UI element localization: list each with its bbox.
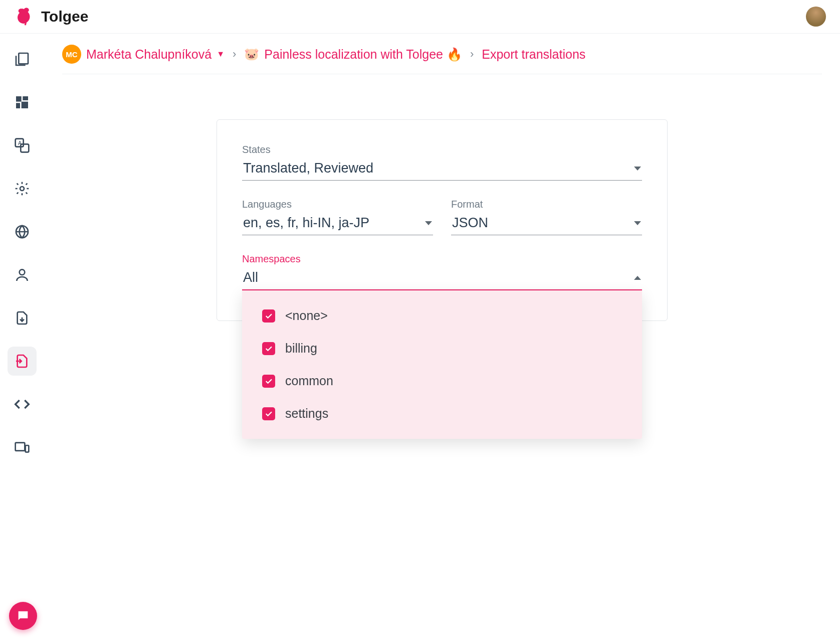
person-icon <box>14 267 30 283</box>
code-icon <box>14 396 30 412</box>
field-format: Format JSON <box>451 199 642 235</box>
option-label: settings <box>285 406 328 421</box>
breadcrumb-page-name: Export translations <box>482 47 585 62</box>
projects-icon <box>14 51 30 67</box>
svg-point-8 <box>20 187 24 191</box>
svg-rect-0 <box>19 53 28 64</box>
app-name: Tolgee <box>41 8 88 25</box>
sidebar-item-translations[interactable]: A <box>8 131 37 160</box>
gear-icon <box>14 181 30 197</box>
svg-rect-12 <box>26 445 29 452</box>
field-states: States Translated, Reviewed <box>242 144 642 181</box>
logo[interactable]: Tolgee <box>14 6 88 27</box>
chevron-down-icon <box>425 221 432 225</box>
namespace-option[interactable]: billing <box>242 332 642 365</box>
svg-rect-11 <box>16 443 25 451</box>
sidebar-item-devices[interactable] <box>8 433 37 462</box>
breadcrumb-project-name: Painless localization with Tolgee 🔥 <box>264 47 462 62</box>
import-icon <box>14 310 30 326</box>
app-header: Tolgee <box>0 0 840 34</box>
states-select[interactable]: Translated, Reviewed <box>242 157 642 181</box>
devices-icon <box>14 439 30 455</box>
checkbox-checked[interactable] <box>262 407 275 420</box>
tolgee-logo-icon <box>14 6 35 27</box>
states-value: Translated, Reviewed <box>243 161 373 176</box>
field-languages: Languages en, es, fr, hi-IN, ja-JP <box>242 199 433 235</box>
sidebar-item-integrations[interactable] <box>8 390 37 419</box>
svg-point-10 <box>20 269 25 275</box>
export-icon <box>14 353 30 369</box>
option-label: <none> <box>285 308 328 323</box>
svg-text:A: A <box>18 140 22 146</box>
svg-rect-4 <box>22 102 28 108</box>
languages-label: Languages <box>242 199 433 210</box>
namespaces-select[interactable]: All <box>242 267 642 290</box>
languages-value: en, es, fr, hi-IN, ja-JP <box>243 215 369 231</box>
breadcrumb-user[interactable]: MC Markéta Chalupníková ▼ <box>62 45 225 64</box>
checkbox-checked[interactable] <box>262 375 275 388</box>
project-emoji: 🐷 <box>244 47 259 61</box>
option-label: billing <box>285 341 317 356</box>
breadcrumb-page[interactable]: Export translations <box>482 47 585 62</box>
breadcrumb: MC Markéta Chalupníková ▼ › 🐷 Painless l… <box>62 45 822 74</box>
user-avatar[interactable] <box>806 7 826 27</box>
namespaces-label: Namespaces <box>242 253 642 265</box>
format-select[interactable]: JSON <box>451 212 642 235</box>
user-initials-badge: MC <box>62 45 81 64</box>
chevron-down-icon: ▼ <box>217 50 225 59</box>
chevron-up-icon <box>634 276 641 280</box>
namespace-option[interactable]: <none> <box>242 299 642 332</box>
translate-icon: A <box>14 137 30 153</box>
option-label: common <box>285 374 333 388</box>
languages-select[interactable]: en, es, fr, hi-IN, ja-JP <box>242 212 433 235</box>
breadcrumb-user-name: Markéta Chalupníková <box>86 47 212 62</box>
field-namespaces: Namespaces All <box>242 253 642 290</box>
sidebar-item-languages[interactable] <box>8 217 37 246</box>
namespace-option[interactable]: settings <box>242 397 642 430</box>
sidebar: A <box>0 34 44 462</box>
chevron-down-icon <box>634 167 641 171</box>
dashboard-icon <box>14 94 30 110</box>
sidebar-item-dashboard[interactable] <box>8 88 37 117</box>
breadcrumb-project[interactable]: 🐷 Painless localization with Tolgee 🔥 <box>244 47 462 62</box>
chevron-down-icon <box>634 221 641 225</box>
checkbox-checked[interactable] <box>262 309 275 323</box>
svg-rect-1 <box>16 96 22 102</box>
format-value: JSON <box>452 215 488 231</box>
sidebar-item-import[interactable] <box>8 303 37 333</box>
namespaces-value: All <box>243 270 258 285</box>
export-form-card: States Translated, Reviewed Languages en… <box>217 119 668 321</box>
main-content: MC Markéta Chalupníková ▼ › 🐷 Painless l… <box>44 34 840 462</box>
sidebar-item-settings[interactable] <box>8 174 37 203</box>
breadcrumb-separator: › <box>470 48 474 61</box>
globe-icon <box>14 224 30 240</box>
svg-rect-2 <box>23 96 28 100</box>
format-label: Format <box>451 199 642 210</box>
breadcrumb-separator: › <box>233 48 236 61</box>
sidebar-item-projects[interactable] <box>8 45 37 74</box>
checkbox-checked[interactable] <box>262 342 275 355</box>
namespace-option[interactable]: common <box>242 365 642 397</box>
namespaces-dropdown: <none> billing common settings <box>242 290 642 439</box>
states-label: States <box>242 144 642 155</box>
sidebar-item-export[interactable] <box>8 347 37 376</box>
svg-rect-6 <box>21 144 29 152</box>
svg-rect-3 <box>16 103 20 108</box>
sidebar-item-members[interactable] <box>8 260 37 289</box>
